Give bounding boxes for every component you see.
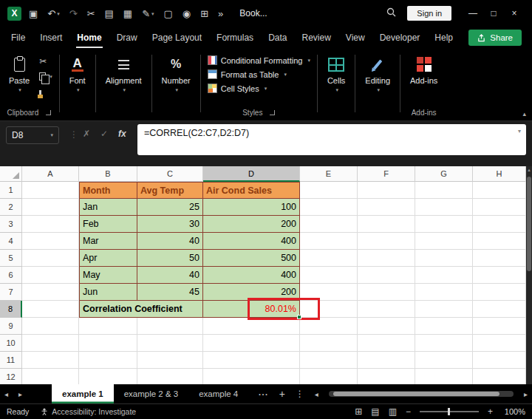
cell-E9[interactable] [300, 318, 358, 335]
row-header-2[interactable]: 2 [0, 199, 22, 216]
cell-D7[interactable]: 200 [203, 284, 300, 301]
cut-icon[interactable]: ✂ [87, 9, 95, 18]
row-header-10[interactable]: 10 [0, 335, 22, 352]
copy-icon[interactable]: ▤ [105, 9, 114, 18]
column-header-A[interactable]: A [22, 166, 79, 182]
cell-E6[interactable] [300, 267, 358, 284]
cell-C5[interactable]: 50 [137, 250, 203, 267]
cell-H1[interactable] [473, 182, 526, 199]
cell-B11[interactable] [79, 352, 137, 369]
row-header-4[interactable]: 4 [0, 233, 22, 250]
cell-F5[interactable] [358, 250, 415, 267]
sheet-options-icon[interactable]: ⋮ [296, 389, 304, 399]
column-header-B[interactable]: B [79, 166, 137, 182]
zoom-level[interactable]: 100% [502, 407, 525, 416]
sign-in-button[interactable]: Sign in [407, 6, 451, 21]
cell-F2[interactable] [358, 199, 415, 216]
name-box[interactable]: D8 ▾ [6, 126, 59, 144]
cell-C6[interactable]: 40 [137, 267, 203, 284]
cell-B1[interactable]: Month [79, 182, 137, 199]
column-header-G[interactable]: G [415, 166, 473, 182]
more-commands-icon[interactable]: » [218, 9, 223, 18]
scroll-up-icon[interactable]: ▴ [526, 167, 532, 173]
row-header-11[interactable]: 11 [0, 352, 22, 369]
cell-A11[interactable] [22, 352, 79, 369]
cell-H11[interactable] [473, 352, 526, 369]
zoom-in-button[interactable]: + [488, 406, 493, 417]
search-icon[interactable] [386, 7, 396, 20]
row-header-5[interactable]: 5 [0, 250, 22, 267]
cell-E5[interactable] [300, 250, 358, 267]
cell-G2[interactable] [415, 199, 473, 216]
cell-H7[interactable] [473, 284, 526, 301]
font-group-button[interactable]: A Font ▾ [66, 53, 89, 95]
cell-B7[interactable]: Jun [79, 284, 137, 301]
cell-F1[interactable] [358, 182, 415, 199]
cell-H9[interactable] [473, 318, 526, 335]
cell-F6[interactable] [358, 267, 415, 284]
cell-G7[interactable] [415, 284, 473, 301]
cell-F11[interactable] [358, 352, 415, 369]
cell-C2[interactable]: 25 [137, 199, 203, 216]
horizontal-scrollbar[interactable] [329, 391, 514, 397]
cell-B12[interactable] [79, 369, 137, 384]
cell-G5[interactable] [415, 250, 473, 267]
zoom-out-button[interactable]: − [406, 406, 411, 417]
column-header-C[interactable]: C [137, 166, 203, 182]
editing-group-button[interactable]: Editing ▾ [362, 53, 393, 95]
cell-G12[interactable] [415, 369, 473, 384]
cell-B6[interactable]: May [79, 267, 137, 284]
page-break-view-icon[interactable]: ▥ [389, 406, 397, 417]
cell-D11[interactable] [203, 352, 300, 369]
cell-G3[interactable] [415, 216, 473, 233]
share-button[interactable]: Share [468, 30, 522, 46]
hscroll-right-icon[interactable]: ▸ [524, 390, 528, 398]
cell-styles-button[interactable]: Cell Styles▾ [208, 84, 310, 93]
cell-B9[interactable] [79, 318, 137, 335]
cell-F12[interactable] [358, 369, 415, 384]
cell-G9[interactable] [415, 318, 473, 335]
cell-H8[interactable] [473, 301, 526, 318]
cell-A10[interactable] [22, 335, 79, 352]
cell-A6[interactable] [22, 267, 79, 284]
cell-C7[interactable]: 45 [137, 284, 203, 301]
cell-H10[interactable] [473, 335, 526, 352]
cancel-entry-icon[interactable]: ✗ [83, 129, 90, 139]
menu-tab-file[interactable]: File [10, 27, 26, 48]
cell-C11[interactable] [137, 352, 203, 369]
menu-tab-developer[interactable]: Developer [379, 27, 421, 48]
cell-B4[interactable]: Mar [79, 233, 137, 250]
zoom-slider-thumb[interactable] [448, 408, 450, 415]
cell-F4[interactable] [358, 233, 415, 250]
maximize-button[interactable]: □ [483, 8, 504, 18]
cell-E8[interactable] [300, 301, 358, 318]
number-group-button[interactable]: % Number ▾ [159, 53, 194, 95]
cell-F3[interactable] [358, 216, 415, 233]
format-as-table-button[interactable]: Format as Table▾ [208, 69, 310, 79]
cell-A1[interactable] [22, 182, 79, 199]
menu-tab-review[interactable]: Review [301, 27, 331, 48]
menu-tab-data[interactable]: Data [267, 27, 287, 48]
confirm-entry-icon[interactable]: ✓ [100, 129, 108, 139]
cell-D10[interactable] [203, 335, 300, 352]
cut-button[interactable]: ✂ [39, 56, 52, 66]
sheet-scroll-right-icon[interactable]: ▸ [18, 390, 22, 398]
cell-D1[interactable]: Air Cond Sales [203, 182, 300, 199]
cell-B10[interactable] [79, 335, 137, 352]
menu-tab-page-layout[interactable]: Page Layout [151, 27, 202, 48]
document-icon[interactable]: ▢ [164, 9, 173, 18]
paste-button[interactable]: Paste ▾ [6, 53, 33, 97]
table-icon[interactable]: ⊞ [200, 9, 208, 18]
copy-button[interactable]: ▾ [39, 72, 52, 81]
normal-view-icon[interactable]: ⊞ [355, 406, 362, 417]
camera-icon[interactable]: ◉ [183, 9, 191, 18]
name-box-resize-handle[interactable]: ⋮ [69, 129, 78, 140]
cell-C3[interactable]: 30 [137, 216, 203, 233]
menu-tab-draw[interactable]: Draw [116, 27, 138, 48]
cell-A5[interactable] [22, 250, 79, 267]
cell-F7[interactable] [358, 284, 415, 301]
cell-E4[interactable] [300, 233, 358, 250]
cell-G4[interactable] [415, 233, 473, 250]
cell-D6[interactable]: 400 [203, 267, 300, 284]
cell-B8[interactable]: Correlation Coefficient [79, 301, 203, 318]
